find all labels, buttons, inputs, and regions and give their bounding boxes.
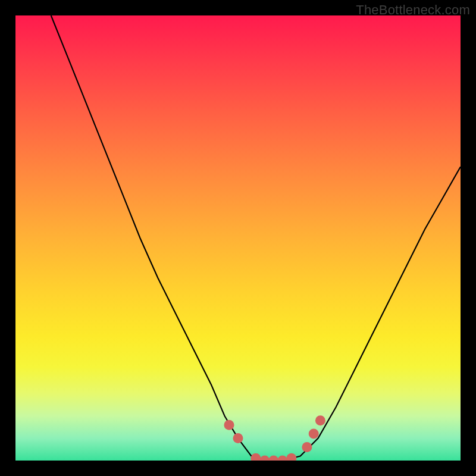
marker-plateau-b — [259, 456, 270, 461]
marker-plateau-d — [277, 456, 287, 461]
marker-group — [224, 415, 325, 461]
bottleneck-curve — [51, 15, 461, 461]
chart-frame: TheBottleneck.com — [0, 0, 476, 476]
marker-tangent-ridge-right-c — [315, 415, 325, 425]
marker-tangent-ridge-right-a — [302, 442, 312, 452]
marker-plateau-a — [250, 453, 261, 461]
marker-plateau-c — [268, 456, 278, 461]
marker-tangent-ridge-left-a — [224, 420, 234, 430]
chart-plot-area — [15, 15, 461, 461]
watermark-text: TheBottleneck.com — [356, 2, 470, 18]
chart-svg — [15, 15, 461, 461]
marker-plateau-e — [286, 453, 296, 461]
marker-tangent-ridge-right-b — [309, 429, 319, 439]
marker-tangent-ridge-left-b — [233, 433, 243, 443]
